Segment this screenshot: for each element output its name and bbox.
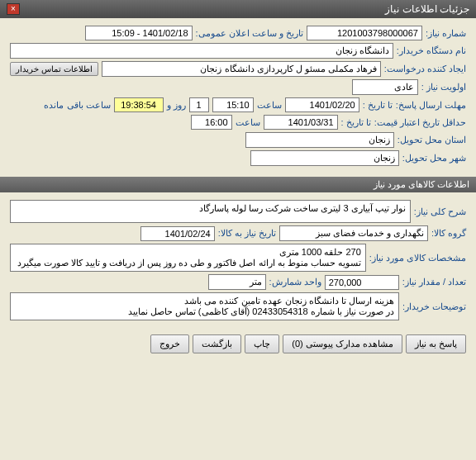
countdown-days: 1: [189, 97, 209, 112]
group-value: نگهداری و خدمات فضای سبز: [279, 225, 428, 241]
spec-label: مشخصات کالای مورد نیاز:: [369, 253, 466, 263]
contact-info-button[interactable]: اطلاعات تماس خریدار: [10, 62, 98, 76]
priority-label: اولویت نیاز :: [421, 82, 466, 92]
remaining-label: ساعت باقی مانده: [44, 100, 110, 111]
need-no-label: شماره نیاز:: [426, 28, 466, 39]
buyer-notes-label: توضیحات خریدار:: [402, 301, 466, 312]
buyer-notes-value: هزینه ارسال تا دانشگاه زنجان عهده تامین …: [10, 292, 399, 320]
close-icon[interactable]: ×: [7, 3, 20, 15]
priority-value: عادی: [352, 79, 418, 95]
goods-panel: شرح کلی نیاز: نوار تیپ آبیاری 3 لیتری سا…: [0, 192, 476, 328]
goods-section-header: اطلاعات کالاهای مورد نیاز: [0, 177, 476, 192]
desc-label: شرح کلی نیاز:: [414, 206, 466, 217]
buyer-value: دانشگاه زنجان: [10, 43, 393, 59]
need-date-label: تاریخ نیاز به کالا:: [218, 228, 276, 239]
time-label-1: ساعت: [257, 100, 282, 111]
requester-value: فرهاد مکملی مسئو ل کارپردازی دانشگاه زنج…: [102, 61, 381, 77]
requester-label: ایجاد کننده درخواست:: [384, 64, 466, 74]
until-date-label: تا تاریخ :: [363, 100, 393, 111]
qty-value: 270,000: [325, 275, 399, 290]
until-date-label-2: تا تاریخ :: [341, 117, 371, 128]
reply-button[interactable]: پاسخ به نیاز: [406, 334, 466, 353]
back-button[interactable]: بازگشت: [193, 334, 241, 353]
window-title: جزئیات اطلاعات نیاز: [385, 3, 469, 15]
days-and-label: روز و: [167, 100, 186, 111]
window-titlebar: جزئیات اطلاعات نیاز ×: [0, 0, 476, 18]
need-info-panel: شماره نیاز: 1201003798000067 تاریخ و ساع…: [0, 18, 476, 173]
time-label-2: ساعت: [236, 117, 260, 128]
public-datetime-label: تاریخ و ساعت اعلان عمومی:: [196, 28, 303, 39]
reply-deadline-label: مهلت ارسال پاسخ:: [396, 100, 466, 111]
group-label: گروه کالا:: [431, 228, 466, 239]
attachments-button[interactable]: مشاهده مدارک پیوستی (0): [283, 334, 402, 353]
spec-value: 270 حلقه 1000 متری تسویه حساب منوط به ار…: [10, 244, 366, 272]
delivery-province-label: استان محل تحویل:: [397, 135, 466, 145]
delivery-province-value: زنجان: [245, 132, 394, 148]
price-until-time: 16:00: [191, 115, 232, 130]
need-no-value: 1201003798000067: [307, 26, 422, 40]
unit-label: واحد شمارش:: [269, 277, 321, 287]
qty-label: تعداد / مقدار نیاز:: [402, 277, 466, 287]
delivery-city-label: شهر محل تحویل:: [402, 153, 466, 164]
exit-button[interactable]: خروج: [150, 334, 189, 353]
print-button[interactable]: چاپ: [245, 334, 279, 353]
public-datetime-value: 1401/02/18 - 15:09: [85, 26, 193, 40]
buyer-label: نام دستگاه خریدار:: [397, 45, 466, 56]
delivery-city-value: زنجان: [250, 150, 399, 166]
unit-value: متر: [208, 274, 266, 290]
until-date-value: 1401/02/20: [285, 97, 359, 112]
need-date-value: 1401/02/24: [140, 226, 215, 241]
price-until-date: 1401/03/31: [264, 115, 338, 130]
until-time-value: 15:10: [212, 97, 254, 112]
price-validity-label: حداقل تاریخ اعتبار قیمت:: [374, 117, 466, 128]
desc-value: نوار تیپ آبیاری 3 لیتری ساخت شرکت رسا لو…: [10, 200, 411, 223]
countdown-time: 19:38:54: [114, 97, 164, 112]
footer-toolbar: پاسخ به نیاز مشاهده مدارک پیوستی (0) چاپ…: [0, 328, 476, 360]
